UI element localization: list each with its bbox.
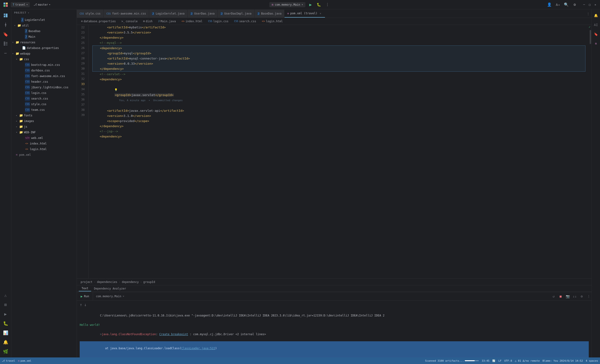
debug-button[interactable]: 🐛 [316,1,322,8]
run-tab[interactable]: ▶ Run [77,292,93,300]
tree-item-main[interactable]: J Main [11,34,77,40]
tab-loginservlet-java[interactable]: J LoginServlet.java [149,9,188,18]
tree-label: js [24,124,27,129]
user-icon[interactable]: 👤 [546,1,553,8]
sec-tab-index-html[interactable]: <> index.html [179,19,205,24]
tree-item-login-html[interactable]: <> login.html [11,146,77,152]
folder-icon: 📁 [19,124,23,129]
tree-item-login-css[interactable]: CSS login.css [11,90,77,96]
tree-item-resources[interactable]: 📁 resources [11,40,77,45]
panel-filter-button[interactable]: ⚙ [579,293,584,299]
status-scanning[interactable]: Scanned 3100 artifacts... [425,359,479,362]
run-config-selector[interactable]: m com.memory.Main ▾ [269,2,305,7]
tree-item-basedao[interactable]: J BaseDao [11,28,77,34]
right-maven-icon[interactable]: m [592,39,600,48]
branch-selector[interactable]: ⎇ master ▾ [32,2,52,7]
code-content[interactable]: <artifactId>mybatis</artifactId> <versio… [89,25,589,279]
minimize-button[interactable]: ─ [582,2,586,7]
right-notifications-icon[interactable]: 🔔 [592,11,600,20]
sec-tab-dish[interactable]: ⊞ dish [141,19,155,24]
panel-scroll-button[interactable]: ↓↓ [572,293,578,299]
activity-structure-icon[interactable] [1,39,10,48]
run-button[interactable]: ▶ [307,1,314,8]
settings-icon[interactable]: ⚙ [572,1,578,8]
svg-rect-3 [6,5,8,7]
status-blame[interactable]: Blame: You 2024/8/14 14:52 [543,359,583,362]
close-button[interactable]: ✕ [593,2,598,7]
code-line-22: <artifactId>mybatis</artifactId> [92,25,585,30]
editor-tab-dependency-analyzer[interactable]: Dependency Analyzer [91,286,129,291]
tree-item-fonts[interactable]: 📁 fonts [11,113,77,118]
project-selector[interactable]: T travel ▾ [11,2,30,7]
status-maven-file[interactable]: m pom.xml [18,359,31,362]
activity-profiler-icon[interactable]: 📊 [1,328,10,337]
tree-item-loginservlet[interactable]: J LoginServlet [11,17,77,23]
status-position[interactable]: 33:45 [482,359,489,362]
sec-tab-login-html[interactable]: <> login.html [259,19,285,24]
panel-stop-button[interactable]: ■ [558,293,563,299]
tab-close-icon[interactable]: ✕ [319,12,322,15]
tree-item-webxml[interactable]: </> web.xml [11,135,77,141]
activity-git-icon[interactable]: 🌿 [1,347,10,355]
maximize-button[interactable]: □ [587,2,592,7]
run-config-tab-label[interactable]: com.memory.Main ✕ [93,292,127,300]
panel-rerun-button[interactable]: ↺ [551,293,556,299]
tab-more-button[interactable]: ⋮ [585,9,591,18]
editor-tab-text[interactable]: Text [79,286,91,291]
tree-item-darkbox[interactable]: CSS darkbox.css [11,68,77,73]
activity-commit-icon[interactable] [1,21,10,29]
activity-project-icon[interactable] [1,11,10,20]
tree-item-team-css[interactable]: CSS team.css [11,107,77,113]
activity-problems-icon[interactable]: ⚠ [1,291,10,299]
status-sync[interactable]: 🔄 [492,359,496,362]
search-icon[interactable]: 🔍 [563,1,570,8]
activity-run-icon[interactable]: ▶ [1,310,10,318]
activity-bookmarks-icon[interactable]: 🔖 [1,30,10,38]
panel-more-button[interactable]: ⋮ [586,293,591,299]
panel-screenshot-button[interactable]: 📷 [565,293,571,299]
right-ai-icon[interactable]: AI [592,21,600,29]
sec-tab-console[interactable]: >_ console [119,19,140,24]
tab-basedao-java[interactable]: J BaseDao.java [254,9,284,18]
tree-item-webinf[interactable]: 📁 WEB-INF [11,129,77,135]
tab-style-css[interactable]: CSS style.css [77,9,103,18]
tab-userdao-java[interactable]: J UserDao.java [188,9,217,18]
tree-item-js[interactable]: 📁 js [11,124,77,129]
tree-item-images[interactable]: 📁 images [11,118,77,124]
sec-tab-database-props[interactable]: ⚙ database.properties [79,19,118,24]
tab-pom-xml[interactable]: m pom.xml (travel) ✕ [284,9,325,18]
scroll-down-button[interactable]: ↓ [84,302,87,307]
tree-item-css-folder[interactable]: 📁 css [11,56,77,62]
activity-debug-icon[interactable]: 🐛 [1,319,10,328]
tree-item-pomxml[interactable]: m pom.xml [11,152,77,158]
scrollbar[interactable]: ✓ [589,25,591,279]
tree-item-jquery-css[interactable]: CSS jQuery.lightninBox.css [11,85,77,90]
activity-notifications-icon[interactable]: 🔔 [1,338,10,346]
tree-item-util[interactable]: 📁 util [11,23,77,28]
tree-item-header-css[interactable]: CSS header.css [11,79,77,85]
tree-item-dbprops[interactable]: 📄 database.properties [11,45,77,51]
status-indent[interactable]: 4 spaces [586,359,598,362]
tree-item-webapp[interactable]: 📁 webapp [11,51,77,56]
more-actions-button[interactable]: ⋮ [324,1,331,8]
tree-item-search-css[interactable]: CSS search.css [11,96,77,101]
sec-tab-search-css[interactable]: CSS search.css [232,19,259,24]
tab-fontawesome-css[interactable]: CSS font-awesome.min.css [103,9,149,18]
right-bookmark-icon[interactable]: 🔖 [592,30,600,38]
translate-icon[interactable]: A→ [554,1,561,8]
tree-item-bootstrap[interactable]: CSS bootstrap.min.css [11,62,77,68]
status-encoding[interactable]: UTF-8 [504,359,512,362]
sec-tab-login-css[interactable]: CSS login.css [206,19,231,24]
scroll-up-button[interactable]: ↑ [80,302,82,307]
status-git-remote[interactable]: △ 81 Δ/no remote [515,359,540,362]
tab-userdaoimpl-java[interactable]: J UserDaoImpl.java [217,9,254,18]
status-line-ending[interactable]: LF [498,359,501,362]
status-git-branch[interactable]: ⎇ travel [2,359,15,362]
tree-item-style-css[interactable]: CSS style.css [11,101,77,107]
activity-more-icon[interactable]: ⋯ [1,49,10,57]
activity-terminal-icon[interactable]: ⊞ [1,300,10,309]
sec-tab-main-java[interactable]: J Main.java [156,19,178,24]
run-close-icon[interactable]: ✕ [123,295,124,298]
tree-item-fontawesome[interactable]: CSS font-awesome.min.css [11,73,77,79]
tree-item-index-html[interactable]: <> index.html [11,141,77,146]
